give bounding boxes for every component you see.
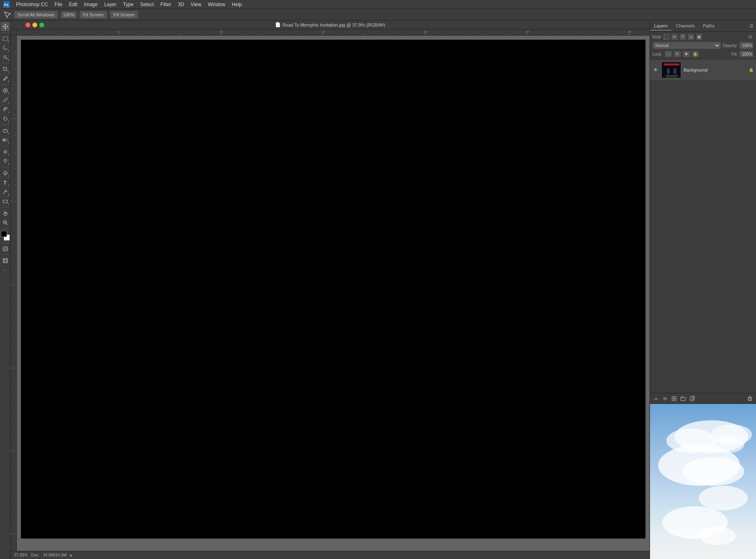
tab-layers[interactable]: Layers (650, 22, 672, 31)
screen-mode-button[interactable] (1, 256, 10, 265)
menu-window[interactable]: Window (205, 1, 228, 8)
filter-toggle[interactable]: ⊙ (747, 34, 754, 40)
type-tool[interactable]: T ▾ (1, 178, 10, 187)
status-bar: 37.89% Doc: 34.6M/34.6M ▶ (11, 551, 650, 559)
gradient-tool[interactable]: ▾ (1, 135, 10, 144)
ruler-corner (11, 29, 17, 36)
options-tool-icon (3, 11, 11, 19)
filter-shape-btn[interactable]: ▭ (688, 34, 694, 40)
fill-label: Fill: (731, 52, 738, 56)
svg-rect-6 (3, 130, 7, 132)
blur-tool[interactable]: ▾ (1, 147, 10, 156)
delete-layer-btn[interactable] (746, 395, 754, 402)
eyedropper-tool[interactable]: ▾ (1, 74, 10, 83)
menu-help[interactable]: Help (229, 1, 245, 8)
document-title: 📄 Road To Memphis Invitation.jpg @ 37.9%… (275, 22, 385, 27)
add-mask-btn[interactable] (670, 395, 678, 402)
pen-tool[interactable]: ▾ (1, 169, 10, 178)
menu-photoshop[interactable]: Photoshop CC (13, 1, 51, 8)
lock-label: Lock: (652, 52, 662, 56)
fill-screen-button[interactable]: Fill Screen (110, 11, 138, 19)
menu-type[interactable]: Type (120, 1, 136, 8)
layer-lock-icon: 🔒 (749, 68, 754, 72)
quick-select-tool[interactable]: ▾ (1, 53, 10, 62)
opacity-input[interactable] (739, 42, 754, 49)
menu-layer[interactable]: Layer (101, 1, 119, 8)
link-layers-btn[interactable]: ∞ (652, 395, 660, 402)
dodge-tool[interactable]: ▾ (1, 157, 10, 166)
lock-position-btn[interactable]: ✚ (683, 51, 690, 57)
lasso-tool[interactable]: ▾ (1, 43, 10, 52)
svg-point-9 (5, 151, 6, 153)
canvas-viewport[interactable] (17, 36, 650, 543)
zoom-tool[interactable] (1, 218, 10, 227)
filter-kind-btn[interactable]: ⬛ (663, 34, 670, 40)
path-select-tool[interactable]: ▾ (1, 187, 10, 196)
svg-rect-98 (665, 75, 678, 76)
fill-input[interactable] (739, 51, 754, 57)
svg-rect-16 (4, 259, 7, 262)
scroll-all-windows-button[interactable]: Scroll All Windows (14, 11, 58, 19)
window-maximize-button[interactable] (39, 23, 44, 27)
shape-tool[interactable]: ▾ (1, 197, 10, 206)
layers-bottom-toolbar: ∞ fx (650, 393, 756, 403)
svg-point-5 (5, 107, 7, 109)
window-minimize-button[interactable] (32, 23, 37, 27)
svg-text:10: 10 (11, 200, 12, 203)
marquee-tool[interactable]: ▾ (1, 34, 10, 43)
menu-file[interactable]: File (52, 1, 65, 8)
tab-paths[interactable]: Paths (699, 22, 719, 31)
clone-stamp-tool[interactable]: ▾ (1, 105, 10, 114)
filter-row: Kind ⬛ ✏ T ▭ ◉ ⊙ (652, 34, 754, 40)
svg-point-101 (673, 397, 675, 400)
menu-image[interactable]: Image (81, 1, 100, 8)
hand-tool[interactable] (1, 209, 10, 218)
layer-visibility-toggle[interactable]: 👁 (652, 67, 659, 73)
canvas-area: 📄 Road To Memphis Invitation.jpg @ 37.9%… (11, 20, 650, 559)
lock-pixels-btn[interactable]: ✏ (674, 51, 681, 57)
svg-rect-95 (664, 63, 679, 65)
svg-rect-7 (3, 139, 8, 141)
healing-tool[interactable]: ▾ (1, 86, 10, 95)
menu-select[interactable]: Select (137, 1, 156, 8)
panel-menu-button[interactable]: ☰ (749, 23, 754, 29)
new-layer-btn[interactable] (688, 395, 696, 402)
quick-mask-button[interactable] (1, 244, 10, 253)
sky-preview (650, 403, 756, 559)
menu-3d[interactable]: 3D (175, 1, 187, 8)
lock-transparent-btn[interactable]: ⬚ (665, 51, 672, 57)
filter-type-btn[interactable]: T (679, 34, 686, 40)
filter-smart-btn[interactable]: ◉ (696, 34, 702, 40)
menu-edit[interactable]: Edit (66, 1, 80, 8)
history-brush-tool[interactable]: ▾ (1, 114, 10, 123)
new-group-btn[interactable] (679, 395, 687, 402)
svg-point-8 (4, 150, 7, 153)
options-bar: Scroll All Windows Fit Screen Fill Scree… (0, 9, 756, 20)
status-arrow[interactable]: ▶ (70, 553, 73, 557)
crop-tool[interactable]: ▾ (1, 65, 10, 74)
move-tool[interactable] (1, 22, 10, 31)
layer-item[interactable]: 👁 (650, 59, 756, 81)
brush-tool[interactable]: ▾ (1, 95, 10, 104)
eraser-tool[interactable]: ▾ (1, 126, 10, 135)
more-tools-button[interactable]: ··· (1, 266, 10, 275)
svg-rect-2 (3, 37, 8, 41)
tab-channels[interactable]: Channels (672, 22, 699, 31)
zoom-input[interactable] (61, 11, 77, 18)
color-swatches[interactable] (1, 231, 10, 241)
blend-mode-select[interactable]: Normal (652, 42, 721, 49)
left-toolbar: ▾ ▾ ▾ ▾ ▾ ▾ ▾ (0, 20, 11, 559)
layers-controls: Kind ⬛ ✏ T ▭ ◉ ⊙ Normal Opacity: Lock: ⬚ (650, 32, 756, 59)
lock-all-btn[interactable]: 🔒 (692, 51, 699, 57)
foreground-swatch[interactable] (1, 231, 7, 237)
menu-filter[interactable]: Filter (158, 1, 174, 8)
svg-text:5: 5 (11, 118, 12, 120)
filter-adjustment-btn[interactable]: ✏ (671, 34, 678, 40)
menu-view[interactable]: View (188, 1, 204, 8)
fit-screen-button[interactable]: Fit Screen (79, 11, 107, 19)
doc-size: 34.6M/34.6M (43, 553, 66, 557)
window-close-button[interactable] (25, 23, 30, 27)
layer-fx-btn[interactable]: fx (661, 395, 669, 402)
svg-text:Ps: Ps (4, 3, 9, 7)
canvas[interactable] (21, 40, 645, 539)
